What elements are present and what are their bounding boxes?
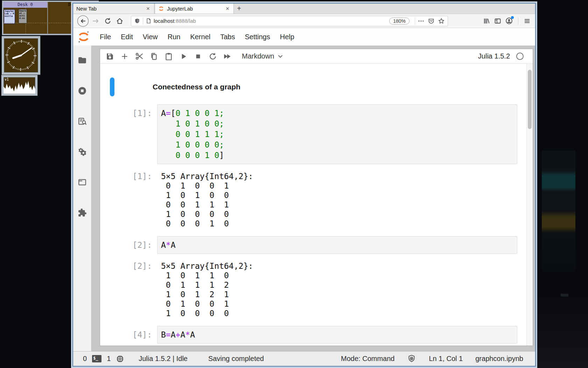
menu-view[interactable]: View bbox=[138, 33, 163, 41]
page-zoom-indicator[interactable]: 180% bbox=[389, 18, 410, 25]
pager-mini-window-jupyterlab[interactable]: JupyterLab – Mozilla bbox=[4, 9, 15, 24]
notebook-scrollbar[interactable] bbox=[526, 64, 533, 346]
kernel-status-text[interactable]: Julia 1.5.2 | Idle bbox=[139, 355, 188, 363]
save-button[interactable] bbox=[105, 51, 115, 62]
code-cell[interactable]: [4]:B=A+A*A bbox=[104, 326, 517, 343]
skyline-tower bbox=[542, 151, 575, 272]
sidebar-item-extensions[interactable] bbox=[78, 208, 87, 217]
output-prompt: [2]: bbox=[104, 261, 157, 318]
chevron-down-icon bbox=[278, 54, 283, 59]
add-cell-button[interactable] bbox=[119, 51, 130, 62]
output-text: 5×5 Array{Int64,2}: 0 1 0 0 1 1 0 1 0 0 … bbox=[157, 172, 517, 229]
left-sidebar bbox=[73, 46, 91, 351]
forward-button[interactable] bbox=[91, 16, 101, 26]
sidebar-item-property-inspector[interactable] bbox=[78, 147, 87, 156]
bookmark-star-icon[interactable] bbox=[438, 18, 445, 25]
jupyterlab-dock: Markdown Julia 1.5.2 Conectedness of a g… bbox=[73, 46, 535, 351]
input-prompt: [4]: bbox=[104, 326, 157, 343]
kernel-name[interactable]: Julia 1.5.2 bbox=[478, 52, 510, 60]
tab-title: JupyterLab bbox=[167, 6, 225, 12]
scrollbar-thumb[interactable] bbox=[528, 70, 532, 129]
jupyterlab-menubar: File Edit View Run Kernel Tabs Settings … bbox=[73, 28, 535, 46]
run-all-button[interactable] bbox=[222, 51, 233, 62]
filename: graphcon.ipynb bbox=[475, 355, 523, 363]
menu-edit[interactable]: Edit bbox=[116, 33, 138, 41]
account-notification-dot bbox=[511, 16, 514, 19]
menu-settings[interactable]: Settings bbox=[240, 33, 275, 41]
load-monitor-label: v1 bbox=[5, 77, 9, 81]
menu-file[interactable]: File bbox=[95, 33, 116, 41]
code-input[interactable]: B=A+A*A bbox=[157, 326, 517, 343]
pager-mini-window-xournal[interactable]: Xournal – oct1 d.xo bbox=[19, 9, 27, 23]
code-input[interactable]: A=[0 1 0 0 1; 1 0 1 0 0; 0 0 1 1 1; 1 0 … bbox=[157, 104, 517, 164]
menu-run[interactable]: Run bbox=[163, 33, 186, 41]
cut-cells-button[interactable] bbox=[134, 51, 145, 62]
notebook-cells: Conectedness of a graph[1]:A=[0 1 0 0 1;… bbox=[100, 64, 526, 346]
page-actions-icon[interactable] bbox=[418, 18, 425, 25]
code-cell[interactable]: [2]:A*A bbox=[104, 236, 517, 254]
new-tab-button[interactable]: + bbox=[234, 4, 244, 14]
menu-help[interactable]: Help bbox=[275, 33, 299, 41]
url-host: localhost bbox=[154, 18, 174, 24]
cell-collapser[interactable] bbox=[110, 77, 114, 96]
menu-tabs[interactable]: Tabs bbox=[215, 33, 240, 41]
load-monitor: v1 bbox=[1, 75, 37, 96]
terminal-icon: $_ bbox=[92, 355, 102, 362]
sidebar-toggle-icon[interactable] bbox=[494, 17, 502, 25]
saving-status: Saving completed bbox=[208, 355, 264, 363]
run-cell-button[interactable] bbox=[178, 51, 189, 62]
interrupt-kernel-button[interactable] bbox=[193, 51, 203, 62]
sidebar-item-files[interactable] bbox=[78, 56, 87, 65]
cell-type-dropdown[interactable]: Markdown bbox=[242, 52, 283, 60]
terminals-count[interactable]: 0 bbox=[83, 355, 87, 363]
jupyterlab-statusbar: 0 $_ 1 Julia 1.5.2 | Idle Saving complet… bbox=[73, 351, 535, 366]
markdown-heading: Conectedness of a graph bbox=[153, 83, 240, 91]
browser-navbar: localhost:8888/lab 180% bbox=[73, 14, 535, 28]
menu-kernel[interactable]: Kernel bbox=[185, 33, 215, 41]
pager-desk-0[interactable]: Desk 0 JupyterLab – Mozilla Xournal – oc… bbox=[3, 2, 48, 34]
mode-indicator[interactable]: Mode: Command bbox=[341, 355, 394, 363]
tab-close-icon[interactable]: × bbox=[145, 6, 151, 12]
url-path: :8888/lab bbox=[174, 18, 196, 24]
urlbar-divider bbox=[143, 18, 143, 25]
sidebar-item-running[interactable] bbox=[78, 86, 87, 95]
restart-kernel-button[interactable] bbox=[208, 51, 218, 62]
tab-bar: New Tab × JupyterLab × + bbox=[73, 4, 535, 14]
paste-cells-button[interactable] bbox=[163, 51, 174, 62]
pager-desk0-label: Desk 0 bbox=[3, 2, 47, 8]
jupyter-logo bbox=[77, 30, 90, 44]
browser-tab-jupyterlab[interactable]: JupyterLab × bbox=[155, 4, 234, 14]
tab-close-icon[interactable]: × bbox=[225, 6, 230, 12]
output-area: [1]:5×5 Array{Int64,2}: 0 1 0 0 1 1 0 1 … bbox=[104, 172, 517, 229]
notebook-panel: Markdown Julia 1.5.2 Conectedness of a g… bbox=[100, 49, 533, 346]
reload-button[interactable] bbox=[103, 16, 113, 26]
markdown-cell[interactable]: Conectedness of a graph bbox=[104, 77, 517, 97]
cursor-position[interactable]: Ln 1, Col 1 bbox=[429, 355, 463, 363]
jupyter-favicon bbox=[158, 6, 164, 12]
kernels-count[interactable]: 1 bbox=[107, 355, 111, 363]
copy-cells-button[interactable] bbox=[149, 51, 159, 62]
notebook-content: Conectedness of a graph[1]:A=[0 1 0 0 1;… bbox=[100, 64, 533, 346]
back-button[interactable] bbox=[77, 16, 89, 26]
browser-tab-newtab[interactable]: New Tab × bbox=[73, 4, 154, 14]
trust-shield-icon[interactable] bbox=[407, 354, 416, 363]
hamburger-menu-icon[interactable] bbox=[523, 17, 531, 25]
input-prompt: [1]: bbox=[104, 104, 157, 164]
code-input[interactable]: A*A bbox=[157, 236, 517, 254]
account-button[interactable] bbox=[505, 17, 513, 25]
firefox-window: New Tab × JupyterLab × + bbox=[71, 1, 537, 368]
sidebar-item-command-palette[interactable] bbox=[78, 117, 87, 126]
skyline-light bbox=[561, 294, 568, 297]
navbar-divider bbox=[518, 17, 518, 25]
kernel-chip-icon bbox=[116, 355, 124, 363]
sidebar-item-open-tabs[interactable] bbox=[78, 178, 87, 187]
kernel-status-indicator[interactable] bbox=[516, 53, 524, 60]
pocket-icon[interactable] bbox=[428, 18, 435, 25]
code-cell[interactable]: [1]:A=[0 1 0 0 1; 1 0 1 0 0; 0 0 1 1 1; … bbox=[104, 104, 517, 164]
tracking-shield-icon[interactable] bbox=[134, 18, 140, 24]
home-button[interactable] bbox=[114, 16, 125, 26]
library-icon[interactable] bbox=[483, 17, 490, 25]
url-bar[interactable]: localhost:8888/lab 180% bbox=[131, 16, 448, 26]
input-prompt: [2]: bbox=[104, 236, 157, 254]
output-text: 5×5 Array{Int64,2}: 1 0 1 1 0 0 1 1 1 2 … bbox=[157, 261, 517, 318]
